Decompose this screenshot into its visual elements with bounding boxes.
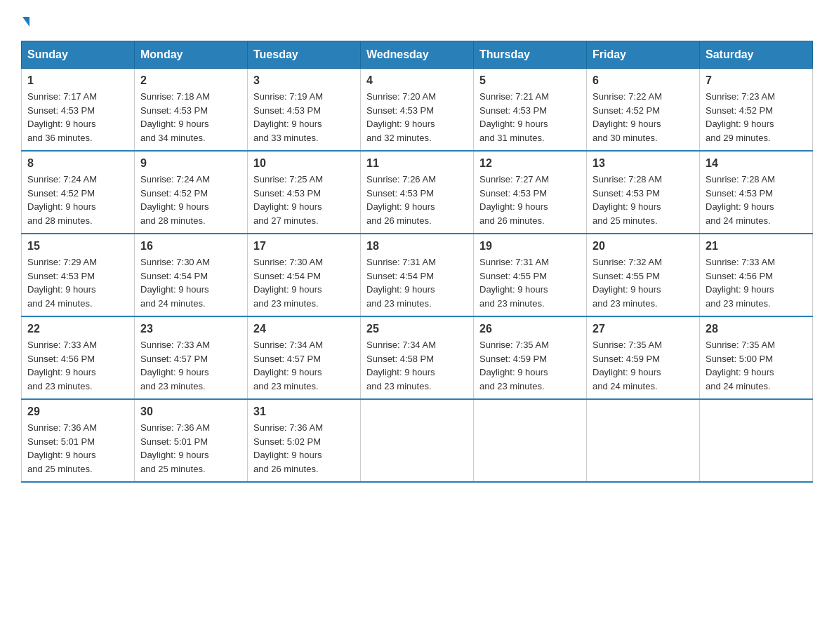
- calendar-day-cell: 2 Sunrise: 7:18 AMSunset: 4:53 PMDayligh…: [135, 69, 248, 152]
- calendar-day-cell: 21 Sunrise: 7:33 AMSunset: 4:56 PMDaylig…: [700, 234, 813, 316]
- day-info: Sunrise: 7:21 AMSunset: 4:53 PMDaylight:…: [479, 91, 549, 143]
- weekday-header-thursday: Thursday: [474, 41, 587, 69]
- day-number: 8: [27, 157, 128, 170]
- calendar-day-cell: 29 Sunrise: 7:36 AMSunset: 5:01 PMDaylig…: [22, 399, 135, 482]
- weekday-header-wednesday: Wednesday: [361, 41, 474, 69]
- day-info: Sunrise: 7:25 AMSunset: 4:53 PMDaylight:…: [253, 174, 323, 226]
- weekday-header-saturday: Saturday: [700, 41, 813, 69]
- calendar-day-cell: 8 Sunrise: 7:24 AMSunset: 4:52 PMDayligh…: [22, 151, 135, 234]
- day-number: 3: [253, 74, 355, 87]
- day-number: 1: [27, 74, 128, 87]
- day-info: Sunrise: 7:36 AMSunset: 5:01 PMDaylight:…: [140, 422, 210, 474]
- day-info: Sunrise: 7:31 AMSunset: 4:55 PMDaylight:…: [479, 257, 549, 309]
- weekday-header-monday: Monday: [135, 41, 248, 69]
- day-info: Sunrise: 7:22 AMSunset: 4:52 PMDaylight:…: [593, 91, 662, 143]
- calendar-week-row: 15 Sunrise: 7:29 AMSunset: 4:53 PMDaylig…: [22, 234, 813, 316]
- day-number: 21: [706, 240, 807, 253]
- day-number: 20: [593, 240, 694, 253]
- calendar-day-cell: 26 Sunrise: 7:35 AMSunset: 4:59 PMDaylig…: [474, 316, 587, 399]
- day-number: 29: [27, 405, 128, 418]
- calendar-day-cell: 16 Sunrise: 7:30 AMSunset: 4:54 PMDaylig…: [135, 234, 248, 316]
- day-info: Sunrise: 7:35 AMSunset: 4:59 PMDaylight:…: [593, 340, 662, 391]
- calendar-week-row: 8 Sunrise: 7:24 AMSunset: 4:52 PMDayligh…: [22, 151, 813, 234]
- day-info: Sunrise: 7:30 AMSunset: 4:54 PMDaylight:…: [253, 257, 323, 309]
- day-number: 4: [366, 74, 468, 87]
- day-number: 7: [706, 74, 807, 87]
- calendar-day-cell: 22 Sunrise: 7:33 AMSunset: 4:56 PMDaylig…: [22, 316, 135, 399]
- day-number: 10: [253, 157, 355, 170]
- calendar-table: SundayMondayTuesdayWednesdayThursdayFrid…: [21, 41, 813, 483]
- day-number: 9: [140, 157, 241, 170]
- day-info: Sunrise: 7:33 AMSunset: 4:56 PMDaylight:…: [706, 257, 775, 309]
- day-info: Sunrise: 7:23 AMSunset: 4:52 PMDaylight:…: [706, 91, 775, 143]
- calendar-day-cell: 28 Sunrise: 7:35 AMSunset: 5:00 PMDaylig…: [700, 316, 813, 399]
- day-info: Sunrise: 7:20 AMSunset: 4:53 PMDaylight:…: [366, 91, 436, 143]
- weekday-header-friday: Friday: [587, 41, 700, 69]
- logo: [21, 17, 29, 27]
- day-info: Sunrise: 7:34 AMSunset: 4:57 PMDaylight:…: [253, 340, 323, 391]
- calendar-day-cell: 12 Sunrise: 7:27 AMSunset: 4:53 PMDaylig…: [474, 151, 587, 234]
- calendar-day-cell: 25 Sunrise: 7:34 AMSunset: 4:58 PMDaylig…: [361, 316, 474, 399]
- calendar-week-row: 29 Sunrise: 7:36 AMSunset: 5:01 PMDaylig…: [22, 399, 813, 482]
- weekday-header-sunday: Sunday: [22, 41, 135, 69]
- day-number: 28: [706, 323, 807, 335]
- calendar-day-cell: 30 Sunrise: 7:36 AMSunset: 5:01 PMDaylig…: [135, 399, 248, 482]
- day-number: 11: [366, 157, 468, 170]
- day-number: 6: [593, 74, 694, 87]
- calendar-day-cell: 5 Sunrise: 7:21 AMSunset: 4:53 PMDayligh…: [474, 69, 587, 152]
- calendar-day-cell: [361, 399, 474, 482]
- calendar-day-cell: 10 Sunrise: 7:25 AMSunset: 4:53 PMDaylig…: [248, 151, 361, 234]
- day-number: 24: [253, 323, 355, 335]
- calendar-day-cell: 11 Sunrise: 7:26 AMSunset: 4:53 PMDaylig…: [361, 151, 474, 234]
- day-info: Sunrise: 7:29 AMSunset: 4:53 PMDaylight:…: [27, 257, 97, 309]
- day-number: 5: [479, 74, 581, 87]
- day-info: Sunrise: 7:24 AMSunset: 4:52 PMDaylight:…: [140, 174, 210, 226]
- day-info: Sunrise: 7:18 AMSunset: 4:53 PMDaylight:…: [140, 91, 210, 143]
- day-info: Sunrise: 7:30 AMSunset: 4:54 PMDaylight:…: [140, 257, 210, 309]
- day-number: 25: [366, 323, 468, 335]
- day-info: Sunrise: 7:32 AMSunset: 4:55 PMDaylight:…: [593, 257, 662, 309]
- day-info: Sunrise: 7:28 AMSunset: 4:53 PMDaylight:…: [706, 174, 775, 226]
- logo-triangle-icon: [22, 17, 29, 27]
- day-info: Sunrise: 7:19 AMSunset: 4:53 PMDaylight:…: [253, 91, 323, 143]
- day-number: 19: [479, 240, 581, 253]
- day-number: 26: [479, 323, 581, 335]
- calendar-day-cell: 24 Sunrise: 7:34 AMSunset: 4:57 PMDaylig…: [248, 316, 361, 399]
- calendar-day-cell: [700, 399, 813, 482]
- calendar-day-cell: 31 Sunrise: 7:36 AMSunset: 5:02 PMDaylig…: [248, 399, 361, 482]
- calendar-day-cell: 3 Sunrise: 7:19 AMSunset: 4:53 PMDayligh…: [248, 69, 361, 152]
- weekday-header-row: SundayMondayTuesdayWednesdayThursdayFrid…: [22, 41, 813, 69]
- day-number: 14: [706, 157, 807, 170]
- calendar-day-cell: 27 Sunrise: 7:35 AMSunset: 4:59 PMDaylig…: [587, 316, 700, 399]
- calendar-day-cell: 14 Sunrise: 7:28 AMSunset: 4:53 PMDaylig…: [700, 151, 813, 234]
- calendar-day-cell: 6 Sunrise: 7:22 AMSunset: 4:52 PMDayligh…: [587, 69, 700, 152]
- calendar-day-cell: 1 Sunrise: 7:17 AMSunset: 4:53 PMDayligh…: [22, 69, 135, 152]
- day-info: Sunrise: 7:27 AMSunset: 4:53 PMDaylight:…: [479, 174, 549, 226]
- day-number: 15: [27, 240, 128, 253]
- calendar-day-cell: 4 Sunrise: 7:20 AMSunset: 4:53 PMDayligh…: [361, 69, 474, 152]
- day-number: 22: [27, 323, 128, 335]
- day-number: 23: [140, 323, 241, 335]
- day-info: Sunrise: 7:36 AMSunset: 5:01 PMDaylight:…: [27, 422, 97, 474]
- calendar-day-cell: 9 Sunrise: 7:24 AMSunset: 4:52 PMDayligh…: [135, 151, 248, 234]
- day-info: Sunrise: 7:17 AMSunset: 4:53 PMDaylight:…: [27, 91, 97, 143]
- day-info: Sunrise: 7:36 AMSunset: 5:02 PMDaylight:…: [253, 422, 323, 474]
- calendar-day-cell: 17 Sunrise: 7:30 AMSunset: 4:54 PMDaylig…: [248, 234, 361, 316]
- day-info: Sunrise: 7:33 AMSunset: 4:56 PMDaylight:…: [27, 340, 97, 391]
- day-info: Sunrise: 7:35 AMSunset: 4:59 PMDaylight:…: [479, 340, 549, 391]
- day-info: Sunrise: 7:31 AMSunset: 4:54 PMDaylight:…: [366, 257, 436, 309]
- day-number: 2: [140, 74, 241, 87]
- day-info: Sunrise: 7:34 AMSunset: 4:58 PMDaylight:…: [366, 340, 436, 391]
- calendar-day-cell: [474, 399, 587, 482]
- day-number: 18: [366, 240, 468, 253]
- calendar-day-cell: 13 Sunrise: 7:28 AMSunset: 4:53 PMDaylig…: [587, 151, 700, 234]
- day-number: 31: [253, 405, 355, 418]
- calendar-week-row: 22 Sunrise: 7:33 AMSunset: 4:56 PMDaylig…: [22, 316, 813, 399]
- day-number: 17: [253, 240, 355, 253]
- calendar-day-cell: 19 Sunrise: 7:31 AMSunset: 4:55 PMDaylig…: [474, 234, 587, 316]
- day-number: 27: [593, 323, 694, 335]
- calendar-week-row: 1 Sunrise: 7:17 AMSunset: 4:53 PMDayligh…: [22, 69, 813, 152]
- day-number: 30: [140, 405, 241, 418]
- calendar-day-cell: 23 Sunrise: 7:33 AMSunset: 4:57 PMDaylig…: [135, 316, 248, 399]
- page-header: [21, 17, 813, 27]
